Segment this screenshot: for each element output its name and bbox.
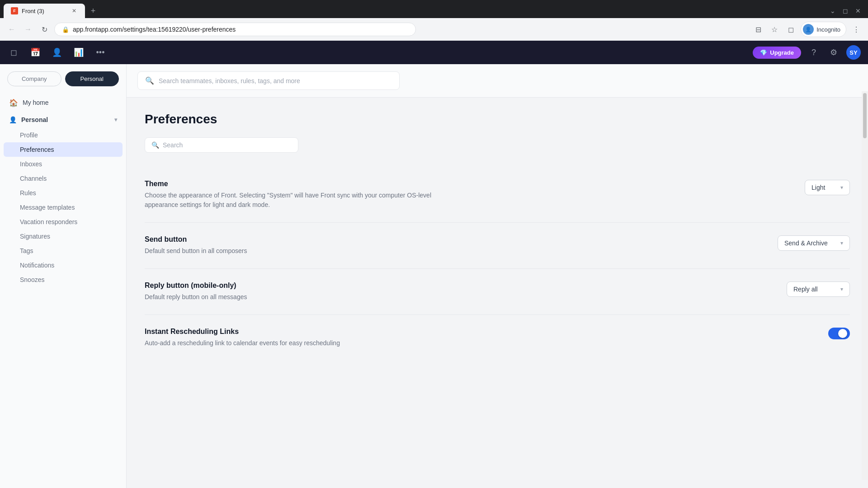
personal-section-label: Personal [21, 116, 48, 123]
lock-icon: 🔒 [62, 26, 69, 33]
upgrade-gem-icon: 💎 [760, 49, 767, 56]
tab-favicon: F [11, 7, 18, 14]
tab-controls: ⌄ ◻ ✕ [830, 7, 864, 14]
tab-bar: F Front (3) ✕ + ⌄ ◻ ✕ [0, 0, 868, 18]
inbox-icon[interactable]: ◻ [7, 46, 20, 59]
reply-button-dropdown-chevron: ▾ [840, 286, 843, 292]
theme-section-title: Theme [145, 180, 787, 188]
send-button-section-desc: Default send button in all composers [145, 246, 439, 256]
sidebar-item-vacation-responders[interactable]: Vacation responders [4, 215, 123, 229]
instant-rescheduling-section-title: Instant Rescheduling Links [145, 328, 810, 336]
scrollbar-track[interactable] [862, 91, 868, 480]
minimize-icon[interactable]: ⌄ [830, 7, 835, 14]
incognito-avatar: 👤 [803, 24, 814, 35]
instant-rescheduling-section-header: Instant Rescheduling Links Auto-add a re… [145, 328, 850, 348]
send-button-section-title: Send button [145, 235, 760, 244]
my-home-label: My home [23, 99, 49, 106]
address-text: app.frontapp.com/settings/tea:15619220/u… [73, 26, 236, 33]
cast-icon[interactable]: ⊟ [752, 23, 764, 36]
sidebar-personal-section: 👤 Personal ▾ Profile Preferences Inboxes… [0, 112, 126, 287]
instant-rescheduling-control[interactable] [828, 328, 850, 339]
send-button-dropdown-chevron: ▾ [840, 240, 843, 246]
reload-button[interactable]: ↻ [38, 23, 51, 36]
sidebar-item-inboxes[interactable]: Inboxes [4, 157, 123, 171]
company-toggle-button[interactable]: Company [7, 71, 61, 86]
pref-search-icon: 🔍 [151, 141, 159, 149]
restore-icon[interactable]: ◻ [843, 7, 848, 14]
global-search-bar[interactable]: 🔍 [137, 71, 400, 90]
incognito-label: Incognito [816, 26, 840, 33]
incognito-chip[interactable]: 👤 Incognito [801, 22, 846, 37]
send-button-control: Send & Archive ▾ [778, 235, 850, 251]
page-title: Preferences [145, 112, 850, 127]
page-content: Preferences 🔍 Theme Choose the appearanc… [127, 98, 868, 488]
global-search-input[interactable] [159, 77, 392, 84]
toggle-slider [828, 328, 850, 339]
reply-button-control: Reply all ▾ [787, 282, 850, 297]
address-bar[interactable]: 🔒 app.frontapp.com/settings/tea:15619220… [54, 23, 416, 36]
reply-button-section-header: Reply button (mobile-only) Default reply… [145, 282, 850, 302]
calendar-icon[interactable]: 📅 [29, 46, 42, 59]
instant-rescheduling-section-desc: Auto-add a rescheduling link to calendar… [145, 338, 439, 348]
sidebar-item-profile[interactable]: Profile [4, 128, 123, 142]
tab-close-button[interactable]: ✕ [71, 7, 78, 14]
sidebar-item-signatures[interactable]: Signatures [4, 229, 123, 244]
reply-button-section-desc: Default reply button on all messages [145, 292, 439, 302]
sidebar: Company Personal 🏠 My home 👤 Personal ▾ … [0, 64, 127, 488]
theme-section: Theme Choose the appearance of Front. Se… [145, 167, 850, 223]
main-content: 🔍 Preferences 🔍 Theme Choose [127, 64, 868, 488]
profile-window-icon[interactable]: ◻ [784, 23, 797, 36]
preferences-search-input[interactable] [163, 141, 292, 149]
reply-button-section-title: Reply button (mobile-only) [145, 282, 769, 290]
new-tab-button[interactable]: + [87, 5, 99, 17]
sidebar-item-tags[interactable]: Tags [4, 244, 123, 258]
instant-rescheduling-toggle[interactable] [828, 328, 850, 339]
tab-title: Front (3) [22, 8, 67, 14]
preferences-search[interactable]: 🔍 [145, 137, 298, 153]
sidebar-item-notifications[interactable]: Notifications [4, 258, 123, 272]
forward-button[interactable]: → [22, 23, 34, 36]
search-icon: 🔍 [145, 76, 154, 85]
instant-rescheduling-section: Instant Rescheduling Links Auto-add a re… [145, 315, 850, 361]
close-icon[interactable]: ✕ [855, 7, 861, 14]
theme-section-desc: Choose the appearance of Front. Selectin… [145, 191, 439, 210]
theme-control: Light ▾ [805, 180, 850, 195]
sidebar-item-my-home[interactable]: 🏠 My home [0, 94, 126, 112]
sidebar-item-message-templates[interactable]: Message templates [4, 200, 123, 215]
omnibox-bar: ← → ↻ 🔒 app.frontapp.com/settings/tea:15… [0, 18, 868, 41]
send-button-section: Send button Default send button in all c… [145, 223, 850, 269]
personal-section-header[interactable]: 👤 Personal ▾ [0, 112, 126, 128]
send-button-dropdown[interactable]: Send & Archive ▾ [778, 235, 850, 251]
settings-icon[interactable]: ⚙ [826, 45, 841, 60]
sidebar-item-channels[interactable]: Channels [4, 171, 123, 186]
theme-dropdown[interactable]: Light ▾ [805, 180, 850, 195]
personal-toggle-button[interactable]: Personal [65, 71, 119, 86]
reply-button-dropdown[interactable]: Reply all ▾ [787, 282, 850, 297]
upgrade-button[interactable]: 💎 Upgrade [753, 47, 801, 59]
bookmark-icon[interactable]: ☆ [768, 23, 781, 36]
content-area: Company Personal 🏠 My home 👤 Personal ▾ … [0, 64, 868, 488]
personal-icon: 👤 [9, 116, 17, 123]
active-tab[interactable]: F Front (3) ✕ [4, 4, 85, 18]
upgrade-label: Upgrade [770, 49, 794, 56]
more-options-icon[interactable]: ⋮ [850, 23, 863, 36]
contacts-icon[interactable]: 👤 [51, 46, 63, 59]
sidebar-item-preferences[interactable]: Preferences [4, 142, 123, 157]
more-icon[interactable]: ••• [94, 46, 107, 59]
help-icon[interactable]: ? [807, 45, 821, 60]
back-button[interactable]: ← [5, 23, 18, 36]
analytics-icon[interactable]: 📊 [72, 46, 85, 59]
browser-chrome: F Front (3) ✕ + ⌄ ◻ ✕ ← → ↻ 🔒 app.fronta… [0, 0, 868, 41]
chevron-down-icon: ▾ [114, 117, 117, 123]
sidebar-item-rules[interactable]: Rules [4, 186, 123, 200]
reply-button-dropdown-value: Reply all [793, 286, 818, 293]
reply-button-section: Reply button (mobile-only) Default reply… [145, 269, 850, 315]
send-button-dropdown-value: Send & Archive [784, 239, 828, 247]
send-button-section-header: Send button Default send button in all c… [145, 235, 850, 256]
app-icons: ◻ 📅 👤 📊 ••• [7, 46, 107, 59]
search-bar-container: 🔍 [127, 64, 868, 98]
sidebar-item-snoozes[interactable]: Snoozes [4, 272, 123, 287]
user-avatar[interactable]: SY [846, 45, 861, 60]
home-icon: 🏠 [9, 98, 18, 107]
scrollbar-thumb[interactable] [863, 93, 867, 138]
